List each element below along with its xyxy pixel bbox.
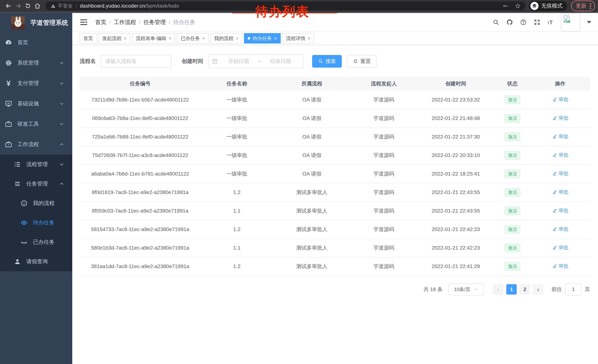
approve-label: 审批 [559,170,568,177]
reset-refresh-icon [353,59,358,64]
sidebar-item-infra[interactable]: 基础设施 [0,94,72,114]
fullscreen-icon[interactable] [533,19,540,26]
chevron-up-icon [59,142,65,147]
approve-link[interactable]: 审批 [552,170,568,177]
sidebar-item-task-mgmt[interactable]: 任务管理 [0,174,72,194]
search-button[interactable]: 搜索 [312,55,342,68]
tab-close-icon[interactable]: × [236,36,238,41]
page-size-select[interactable]: 10条/页 [448,283,484,295]
approve-label: 审批 [559,207,568,214]
user-menu-caret-icon[interactable] [587,21,591,24]
screen: 不安全 dashboard.yudao.iocoder.cn /bpm/task… [0,0,598,364]
cell-process: OA 请假 [273,96,351,103]
browser-menu-icon[interactable] [590,3,591,9]
app-logo[interactable]: 芋道管理系统 [0,13,72,32]
sidebar-item-my-process[interactable]: 我的流程 [0,194,72,213]
tab-close-icon[interactable]: × [202,36,205,41]
url-path[interactable]: /bpm/task/todo [145,3,179,9]
approve-link[interactable]: 审批 [552,133,568,140]
table-row: 381aa1dd-7ac8-11ec-a9e2-a2380e71991a1.2测… [80,257,590,276]
approve-link[interactable]: 审批 [552,244,568,251]
process-name-input[interactable] [100,55,171,68]
next-page-button[interactable]: › [533,284,543,295]
cell-status: 激活 [495,244,530,252]
tab-my-process[interactable]: 我的流程× [210,33,242,43]
date-range-picker[interactable]: - [208,54,304,68]
tab-process-detail[interactable]: 流程详情× [282,33,314,43]
sidebar-item-payment[interactable]: ¥支付管理 [0,73,72,94]
update-label[interactable]: 更新 [576,2,587,10]
breadcrumb-item[interactable]: 工作流程 [114,18,136,26]
reset-button[interactable]: 重置 [347,55,377,68]
approve-link[interactable]: 审批 [552,96,568,103]
cell-task-name: 一级审批 [201,96,273,103]
tab-label: 已办任务 [181,35,200,42]
sidebar-item-done-task[interactable]: 已办任务 [0,232,72,252]
cell-starter: 芋道源码 [351,133,417,140]
tab-close-icon[interactable]: × [308,36,310,41]
filter-form: 流程名 创建时间 - 搜索 [80,54,590,68]
briefcase-icon [4,140,13,148]
page-button-1[interactable]: 1 [506,284,517,295]
active-tab-dot [248,37,250,40]
tab-close-icon[interactable]: × [169,36,171,41]
approve-label: 审批 [559,96,568,103]
cell-status: 激活 [495,207,530,215]
cell-action: 审批 [530,170,590,178]
font-size-icon[interactable]: TT [547,19,554,26]
breadcrumb-item[interactable]: 任务管理 [144,18,166,26]
help-icon[interactable] [520,19,527,26]
browser-reload-icon[interactable] [23,1,33,11]
tab-label: 待办任务 [252,35,272,42]
start-date-input[interactable] [219,58,258,65]
table-row: 73211d9d-7b9b-11ec-b5b7-acde48001122一级审批… [80,91,590,109]
search-icon[interactable] [492,19,499,26]
browser-forward-icon[interactable] [13,1,23,11]
breadcrumb-item[interactable]: 首页 [95,18,106,26]
approve-link[interactable]: 审批 [552,189,568,195]
chrome-update-button[interactable]: 更新 [571,0,595,11]
browser-home-icon[interactable] [33,1,42,11]
cell-process: OA 请假 [273,133,351,140]
tags-view-bar: 首页发起流程×流程表单-编辑×已办任务×我的流程×待办任务×流程详情× [72,32,598,45]
monitor-icon [4,100,13,108]
tab-home[interactable]: 首页 [80,33,97,43]
sidebar-item-workflow[interactable]: 工作流程 [0,134,72,155]
sidebar-collapse-icon[interactable] [80,18,88,26]
sidebar-item-leave-query[interactable]: 请假查询 [0,252,72,271]
not-secure-label[interactable]: 不安全 [58,3,73,9]
approve-link[interactable]: 审批 [552,152,568,158]
tab-done-tasks[interactable]: 已办任务× [177,33,208,43]
prev-page-button[interactable]: ‹ [493,284,503,295]
tab-form-edit[interactable]: 流程表单-编辑× [132,33,175,43]
approve-link[interactable]: 审批 [552,115,568,121]
status-badge: 激活 [505,96,520,104]
column-header-action: 操作 [530,80,590,87]
goto-page-input[interactable] [565,283,581,296]
tab-start-process[interactable]: 发起流程× [99,33,130,43]
sidebar-item-process-mgmt[interactable]: 流程管理 [0,155,72,174]
tab-todo-tasks[interactable]: 待办任务× [244,33,281,43]
end-date-input[interactable] [261,58,300,65]
page-button-2[interactable]: 2 [520,284,530,295]
cell-task-name: 1.1 [201,208,273,214]
cell-status: 激活 [495,225,530,234]
approve-link[interactable]: 审批 [552,263,568,269]
browser-back-icon[interactable] [4,1,13,11]
cell-action: 审批 [530,263,590,270]
approve-link[interactable]: 审批 [552,207,568,214]
github-icon[interactable] [506,19,513,26]
password-key-icon[interactable] [503,3,508,9]
person-icon [13,258,22,266]
tab-close-icon[interactable]: × [124,36,126,41]
url-host[interactable]: dashboard.yudao.iocoder.cn [80,3,145,9]
approve-link[interactable]: 审批 [552,226,568,232]
approve-label: 审批 [559,263,568,269]
bookmark-star-icon[interactable] [515,3,521,9]
tab-close-icon[interactable]: × [274,36,277,41]
sidebar-item-todo-task[interactable]: 待办任务 [0,213,72,232]
avatar[interactable] [561,13,580,32]
sidebar-item-homepage[interactable]: 首页 [0,32,72,53]
sidebar-item-system[interactable]: 系统管理 [0,53,72,73]
sidebar-item-devtools[interactable]: 研发工具 [0,114,72,134]
